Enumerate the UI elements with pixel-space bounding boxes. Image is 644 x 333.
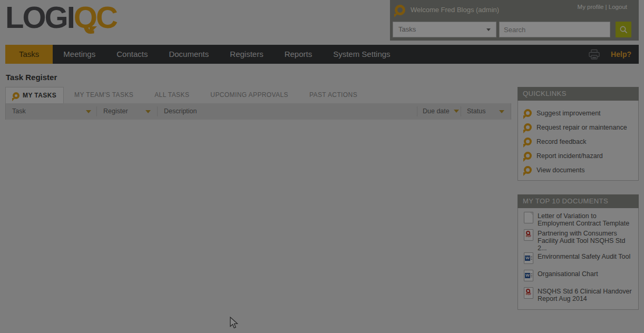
due-date-sort-arrow-icon: [454, 110, 459, 113]
document-type-icon: [524, 252, 533, 264]
document-type-icon: [524, 287, 533, 299]
document-title: Environmental Safety Audit Tool: [538, 252, 630, 260]
profile-links-divider: |: [606, 4, 607, 10]
chevron-down-icon: [486, 28, 491, 31]
logiqc-q-icon: [13, 92, 19, 99]
nav-item[interactable]: Tasks: [5, 45, 53, 64]
search-button[interactable]: [616, 22, 631, 37]
status-filter-arrow-icon[interactable]: [499, 110, 504, 113]
quicklinks-panel: QUICKLINKS Suggest improvement Request r…: [518, 87, 639, 181]
nav-item[interactable]: Meetings: [53, 45, 106, 64]
tab-label: PAST ACTIONS: [309, 87, 357, 103]
tab-label: MY TEAM'S TASKS: [74, 87, 133, 103]
tab[interactable]: UPCOMING APPROVALS: [200, 87, 299, 103]
quicklink-label: Request repair or maintenance: [536, 124, 627, 131]
top-documents-panel: MY TOP 10 DOCUMENTS Letter of Variation …: [518, 194, 639, 310]
document-title: Letter of Variation to Employment Contra…: [538, 211, 634, 227]
quicklinks-header: QUICKLINKS: [518, 87, 639, 101]
tab-label: ALL TASKS: [154, 87, 189, 103]
document-item[interactable]: Environmental Safety Audit Tool: [524, 252, 634, 269]
tab[interactable]: ALL TASKS: [144, 87, 200, 103]
logiqc-q-icon: [524, 152, 532, 160]
document-item[interactable]: Letter of Variation to Employment Contra…: [524, 211, 634, 229]
logout-link[interactable]: Logout: [609, 4, 627, 10]
quicklink-label: View documents: [536, 166, 585, 174]
mouse-cursor: [230, 317, 239, 329]
document-type-icon: [524, 270, 533, 281]
task-filter-arrow-icon[interactable]: [86, 110, 91, 113]
logiqc-q-icon: [524, 166, 532, 174]
search-scope-select[interactable]: Tasks: [393, 22, 496, 37]
quicklink-item[interactable]: Suggest improvement: [524, 106, 634, 120]
nav-item[interactable]: Registers: [219, 45, 274, 64]
help-link[interactable]: Help?: [611, 50, 631, 58]
column-description: Description: [164, 103, 197, 120]
quicklink-item[interactable]: View documents: [524, 163, 634, 177]
nav-item[interactable]: Reports: [274, 45, 323, 64]
quicklink-item[interactable]: Request repair or maintenance: [524, 120, 634, 134]
logiqc-q-icon: [395, 5, 405, 15]
main-nav: Tasks Meetings Contacts Documents Regist…: [5, 45, 639, 64]
register-filter-arrow-icon[interactable]: [145, 110, 151, 113]
task-register-tabs: MY TASKS MY TEAM'S TASKS ALL TASKS UPCOM…: [5, 87, 368, 103]
quicklink-item[interactable]: Report incident/hazard: [524, 149, 634, 163]
tab[interactable]: MY TASKS: [5, 87, 64, 103]
quicklink-label: Suggest improvement: [536, 110, 601, 117]
logo-text-gold: QC: [74, 0, 116, 34]
quicklinks-body: Suggest improvement Request repair or ma…: [518, 101, 639, 181]
top-documents-body: Letter of Variation to Employment Contra…: [518, 208, 639, 310]
column-register[interactable]: Register: [103, 103, 128, 120]
nav-item[interactable]: Documents: [158, 45, 219, 64]
nav-spacer: [401, 45, 589, 64]
column-divider: [417, 106, 417, 116]
logiqc-q-icon: [524, 109, 532, 117]
document-title: Partnering with Consumers Facility Audit…: [538, 229, 634, 252]
quicklink-label: Report incident/hazard: [536, 152, 603, 160]
column-divider: [461, 106, 461, 116]
tab[interactable]: PAST ACTIONS: [299, 87, 368, 103]
tab-label: UPCOMING APPROVALS: [210, 87, 288, 103]
task-table-header: Task Register Description Due date Statu…: [5, 103, 511, 120]
document-item[interactable]: Partnering with Consumers Facility Audit…: [524, 229, 634, 252]
nav-item[interactable]: Contacts: [106, 45, 158, 64]
logiqc-q-icon: [524, 138, 532, 145]
document-item[interactable]: Organisational Chart: [524, 269, 634, 287]
document-title: NSQHS Std 6 Clinical Handover Report Aug…: [538, 287, 634, 302]
search-scope-value: Tasks: [398, 25, 416, 33]
print-icon[interactable]: [588, 49, 600, 60]
search-icon: [619, 25, 628, 34]
nav-right: Help?: [588, 45, 639, 64]
document-item[interactable]: NSQHS Std 6 Clinical Handover Report Aug…: [524, 287, 634, 304]
column-divider: [96, 106, 97, 116]
nav-item[interactable]: System Settings: [323, 45, 401, 64]
quicklink-item[interactable]: Record feedback: [524, 134, 634, 149]
tab[interactable]: MY TEAM'S TASKS: [64, 87, 144, 103]
column-divider: [157, 106, 158, 116]
search-input[interactable]: [499, 22, 610, 37]
profile-links: My profile | Logout: [578, 4, 627, 10]
logo[interactable]: LOGIQC: [5, 1, 116, 34]
document-title: Organisational Chart: [538, 269, 598, 278]
column-task[interactable]: Task: [12, 103, 26, 120]
my-profile-link[interactable]: My profile: [578, 4, 604, 10]
logo-text-dark: LOGI: [5, 0, 74, 34]
document-type-icon: [524, 229, 533, 241]
quicklink-label: Record feedback: [536, 138, 587, 145]
tab-label: MY TASKS: [23, 87, 56, 104]
document-type-icon: [524, 212, 533, 223]
top-documents-header: MY TOP 10 DOCUMENTS: [518, 194, 639, 208]
column-status[interactable]: Status: [467, 103, 485, 120]
logiqc-q-icon: [524, 123, 532, 131]
welcome-text: Welcome Fred Blogs (admin): [411, 6, 499, 14]
page-title: Task Register: [6, 73, 57, 82]
column-due-date[interactable]: Due date: [423, 103, 459, 120]
